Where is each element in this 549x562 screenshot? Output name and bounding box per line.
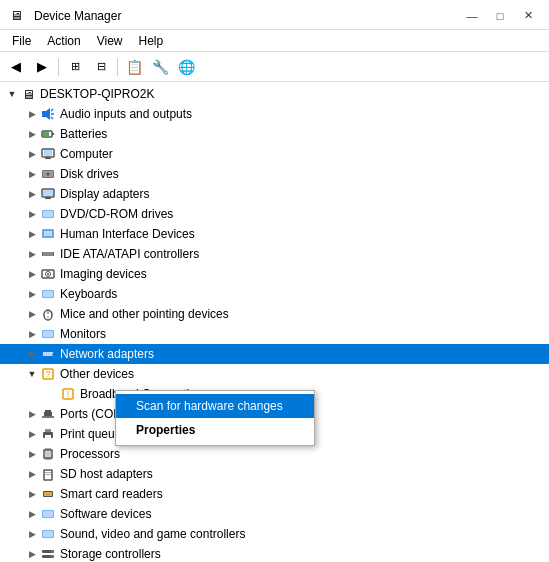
item-label: Disk drives [60, 167, 119, 181]
tree-item[interactable]: ▶Human Interface Devices [0, 224, 549, 244]
main-content[interactable]: ▼ 🖥 DESKTOP-QIPRO2K ▶Audio inputs and ou… [0, 82, 549, 562]
toolbar-properties[interactable]: 📋 [122, 56, 146, 78]
tree-item[interactable]: ▶DVD/CD-ROM drives [0, 204, 549, 224]
tree-item[interactable]: ▼?Other devices [0, 364, 549, 384]
expand-arrow: ▶ [24, 206, 40, 222]
menu-item-help[interactable]: Help [131, 32, 172, 50]
app-title: Device Manager [34, 9, 121, 23]
tree-item[interactable]: ▶Imaging devices [0, 264, 549, 284]
tree-item[interactable]: ▶Mice and other pointing devices [0, 304, 549, 324]
item-icon [40, 266, 56, 282]
tree-item[interactable]: ▶Batteries [0, 124, 549, 144]
expand-arrow: ▶ [24, 446, 40, 462]
svg-rect-20 [43, 211, 53, 217]
toolbar-separator-2 [117, 58, 118, 76]
expand-arrow: ▶ [24, 486, 40, 502]
item-label: Human Interface Devices [60, 227, 195, 241]
svg-rect-40 [43, 352, 53, 356]
svg-point-31 [47, 273, 49, 275]
expand-arrow: ▶ [24, 106, 40, 122]
item-icon [40, 286, 56, 302]
window-controls: — □ ✕ [459, 6, 541, 26]
toolbar-scan[interactable]: 🌐 [174, 56, 198, 78]
svg-point-36 [47, 316, 49, 318]
svg-point-74 [51, 556, 53, 558]
item-label: Audio inputs and outputs [60, 107, 192, 121]
tree-item[interactable]: ▶Monitors [0, 324, 549, 344]
svg-rect-66 [44, 492, 52, 496]
svg-rect-17 [46, 197, 50, 198]
tree-item[interactable]: ▶Software devices [0, 504, 549, 524]
menu-item-action[interactable]: Action [39, 32, 88, 50]
svg-rect-68 [43, 511, 53, 517]
tree-item[interactable]: ▶Computer [0, 144, 549, 164]
item-icon [40, 226, 56, 242]
menu-item-file[interactable]: File [4, 32, 39, 50]
toolbar-update[interactable]: 🔧 [148, 56, 172, 78]
tree-item[interactable]: ▶IDE ATA/ATAPI controllers [0, 244, 549, 264]
maximize-button[interactable]: □ [487, 6, 513, 26]
item-icon [40, 526, 56, 542]
item-icon: ? [40, 366, 56, 382]
svg-text:?: ? [45, 369, 50, 379]
context-menu-item-1[interactable]: Properties [116, 418, 314, 442]
tree-item[interactable]: ▶Audio inputs and outputs [0, 104, 549, 124]
context-menu-item-0[interactable]: Scan for hardware changes [116, 394, 314, 418]
expand-arrow: ▶ [24, 286, 40, 302]
tree-item[interactable]: ▶SD host adapters [0, 464, 549, 484]
tree-item[interactable]: ▶Smart card readers [0, 484, 549, 504]
item-icon [40, 166, 56, 182]
tree-item[interactable]: ▶Sound, video and game controllers [0, 524, 549, 544]
minimize-button[interactable]: — [459, 6, 485, 26]
expand-arrow: ▶ [24, 146, 40, 162]
item-icon: ! [60, 386, 76, 402]
close-button[interactable]: ✕ [515, 6, 541, 26]
svg-rect-7 [43, 132, 49, 136]
item-label: Smart card readers [60, 487, 163, 501]
item-label: DVD/CD-ROM drives [60, 207, 173, 221]
svg-rect-38 [43, 331, 53, 337]
svg-rect-70 [43, 531, 53, 537]
toolbar-back[interactable]: ◀ [4, 56, 28, 78]
expand-arrow: ▶ [24, 246, 40, 262]
tree-item[interactable]: ▶Storage controllers [0, 544, 549, 562]
item-label: Mice and other pointing devices [60, 307, 229, 321]
root-icon: 🖥 [20, 86, 36, 102]
item-label: Batteries [60, 127, 107, 141]
tree-item[interactable]: ▶Processors [0, 444, 549, 464]
context-menu: Scan for hardware changesProperties [115, 390, 315, 446]
expand-arrow: ▶ [24, 266, 40, 282]
item-label: Network adapters [60, 347, 154, 361]
item-icon [40, 426, 56, 442]
svg-rect-9 [44, 150, 52, 156]
svg-rect-63 [45, 472, 51, 473]
tree-item[interactable]: ▶Display adapters [0, 184, 549, 204]
item-label: IDE ATA/ATAPI controllers [60, 247, 199, 261]
expand-arrow: ▶ [24, 546, 40, 562]
item-icon [40, 486, 56, 502]
svg-line-2 [51, 109, 53, 111]
tree-item[interactable]: ▶Disk drives [0, 164, 549, 184]
svg-rect-41 [52, 354, 54, 356]
toolbar-expand[interactable]: ⊞ [63, 56, 87, 78]
toolbar: ◀ ▶ ⊞ ⊟ 📋 🔧 🌐 [0, 52, 549, 82]
tree-item[interactable]: ▶Network adapters [0, 344, 549, 364]
tree-item[interactable]: ▶Keyboards [0, 284, 549, 304]
item-icon [40, 106, 56, 122]
toolbar-forward[interactable]: ▶ [30, 56, 54, 78]
svg-text:!: ! [67, 389, 70, 399]
expand-arrow: ▶ [24, 406, 40, 422]
item-icon [40, 126, 56, 142]
tree-root[interactable]: ▼ 🖥 DESKTOP-QIPRO2K [0, 84, 549, 104]
svg-rect-46 [44, 412, 52, 416]
svg-rect-55 [45, 451, 51, 457]
item-label: Display adapters [60, 187, 149, 201]
expand-arrow: ▶ [24, 526, 40, 542]
svg-line-4 [51, 117, 53, 119]
expand-arrow: ▶ [24, 306, 40, 322]
item-icon [40, 326, 56, 342]
toolbar-collapse[interactable]: ⊟ [89, 56, 113, 78]
menu-item-view[interactable]: View [89, 32, 131, 50]
expand-arrow: ▶ [24, 226, 40, 242]
svg-rect-16 [43, 190, 53, 196]
